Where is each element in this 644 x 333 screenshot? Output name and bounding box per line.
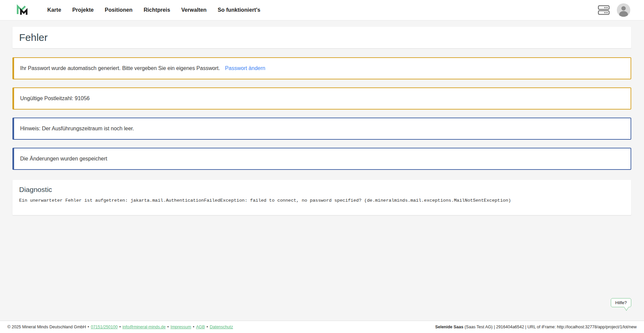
nav-menu: Karte Projekte Positionen Richtpreis Ver… xyxy=(47,7,260,13)
diagnostic-card: Diagnostic Ein unerwarteter Fehler ist a… xyxy=(12,180,631,215)
alert-execution-period-info: Hinweis: Der Ausführungszeitraum ist noc… xyxy=(12,118,631,140)
main-content: Fehler Ihr Passwort wurde automatisch ge… xyxy=(0,20,644,215)
footer-separator: • xyxy=(167,325,169,329)
server-dns-icon[interactable] xyxy=(598,5,610,15)
footer-separator: • xyxy=(88,325,89,329)
top-nav: Karte Projekte Positionen Richtpreis Ver… xyxy=(0,0,644,20)
footer-separator: • xyxy=(207,325,208,329)
copyright-text: © 2025 Mineral Minds Deutschland GmbH xyxy=(7,325,86,329)
alert-changes-saved-info: Die Änderungen wurden gespeichert xyxy=(12,148,631,170)
footer-username: Selenide Saas xyxy=(435,325,463,329)
help-button[interactable]: Hilfe? xyxy=(611,298,631,307)
page-title-card: Fehler xyxy=(12,27,631,48)
alert-text: Ungültige Postleitzahl: 91056 xyxy=(20,95,90,102)
user-avatar-icon[interactable] xyxy=(616,3,631,17)
help-button-label: Hilfe? xyxy=(615,300,627,305)
datenschutz-link[interactable]: Datenschutz xyxy=(210,325,233,329)
alert-text: Hinweis: Der Ausführungszeitraum ist noc… xyxy=(20,126,134,132)
phone-link[interactable]: 07151/250100 xyxy=(91,325,118,329)
mineral-minds-logo-icon[interactable] xyxy=(16,3,29,17)
diagnostic-message: Ein unerwarteter Fehler ist aufgetreten:… xyxy=(19,198,625,203)
diagnostic-title: Diagnostic xyxy=(19,186,625,194)
nav-item-positionen[interactable]: Positionen xyxy=(105,7,132,13)
footer-separator: • xyxy=(119,325,121,329)
footer-session-info: Selenide Saas (Saas Test AG) | 2916404a6… xyxy=(435,325,637,329)
nav-item-projekte[interactable]: Projekte xyxy=(72,7,94,13)
page-title: Fehler xyxy=(19,32,48,43)
footer-separator: • xyxy=(193,325,194,329)
footer-session-detail: (Saas Test AG) | 2916404a6542 | URL of i… xyxy=(463,325,637,329)
footer: © 2025 Mineral Minds Deutschland GmbH • … xyxy=(0,321,644,333)
alert-text: Ihr Passwort wurde automatisch generiert… xyxy=(20,65,220,71)
impressum-link[interactable]: Impressum xyxy=(170,325,191,329)
nav-item-richtpreis[interactable]: Richtpreis xyxy=(144,7,170,13)
alert-invalid-postcode-warning: Ungültige Postleitzahl: 91056 xyxy=(12,87,631,110)
email-link[interactable]: info@mineral-minds.de xyxy=(122,325,166,329)
nav-item-karte[interactable]: Karte xyxy=(47,7,61,13)
change-password-link[interactable]: Passwort ändern xyxy=(225,65,265,71)
alert-text: Die Änderungen wurden gespeichert xyxy=(20,156,107,162)
alert-password-warning: Ihr Passwort wurde automatisch generiert… xyxy=(12,57,631,79)
alerts-list: Ihr Passwort wurde automatisch generiert… xyxy=(12,57,631,170)
nav-item-so-funktionierts[interactable]: So funktioniert's xyxy=(218,7,260,13)
nav-item-verwalten[interactable]: Verwalten xyxy=(181,7,207,13)
agb-link[interactable]: AGB xyxy=(196,325,205,329)
nav-right-icons xyxy=(598,3,631,17)
footer-left: © 2025 Mineral Minds Deutschland GmbH • … xyxy=(7,325,233,329)
